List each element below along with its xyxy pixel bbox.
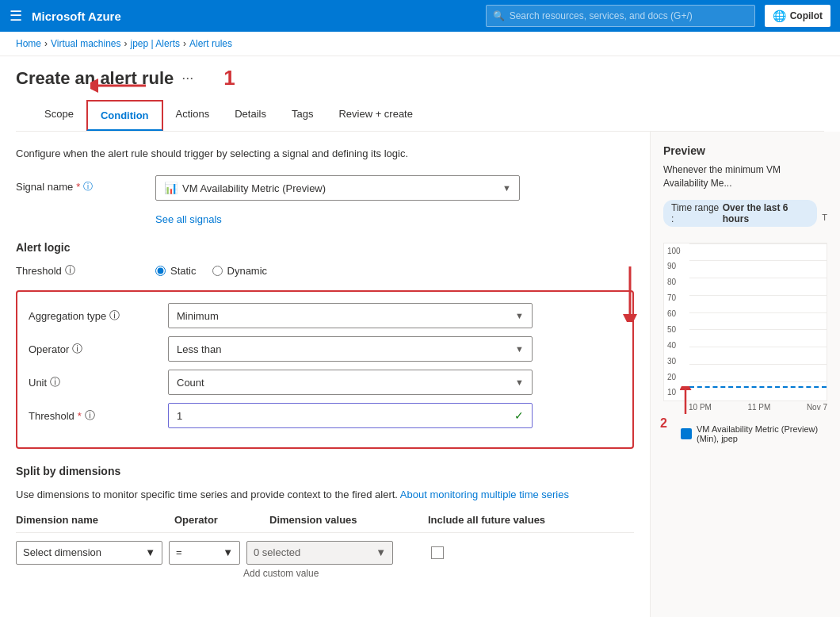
alert-logic-box: Aggregation type ⓘ Minimum ▼ Operator ⓘ [16,290,634,449]
annotation-arrow-1 [90,74,154,98]
breadcrumb-home[interactable]: Home [16,38,41,49]
dim-col-val-header: Dimension values [269,514,428,526]
dimension-operator-select[interactable]: = ▼ [169,541,240,565]
threshold-static-radio[interactable] [155,266,166,276]
operator-info-icon[interactable]: ⓘ [72,342,82,356]
more-options-icon[interactable]: ··· [181,70,193,86]
chart-area: 100 90 80 70 60 50 40 30 20 10 [663,243,827,401]
threshold-static-option[interactable]: Static [155,265,197,277]
tab-review-create[interactable]: Review + create [326,100,426,131]
alert-logic-title: Alert logic [16,241,634,254]
search-placeholder: Search resources, services, and docs (G+… [510,10,693,21]
aggregation-type-label: Aggregation type ⓘ [29,308,155,323]
see-all-signals-link[interactable]: See all signals [155,213,634,225]
aggregation-type-row: Aggregation type ⓘ Minimum ▼ [29,303,621,328]
main-layout: Configure when the alert rule should tri… [0,132,840,617]
annotation-arrow-2 [598,259,646,322]
gridline-70 [689,295,827,296]
dim-val-chevron: ▼ [376,546,386,558]
signal-info-icon[interactable]: ⓘ [83,180,93,194]
page-header: Create an alert rule ··· 1 Scope Conditi… [0,56,840,132]
legend-color-dot [681,428,692,439]
dropdown-chevron: ▼ [502,183,511,193]
page-title-row: Create an alert rule ··· 1 [16,66,824,90]
threshold-value-row: Threshold * ⓘ 1 ✓ [29,403,621,428]
preview-panel: Preview Whenever the minimum VM Availabi… [650,132,840,617]
required-marker: * [76,181,80,193]
tab-actions[interactable]: Actions [163,100,223,131]
operator-chevron: ▼ [515,344,524,354]
copilot-icon: 🌐 [773,10,786,22]
page-wrapper: ☰ Microsoft Azure 🔍 Search resources, se… [0,0,840,617]
annotation-number-2: 2 [660,416,667,431]
signal-name-row: Signal name * ⓘ 📊 VM Availability Metric… [16,175,634,201]
unit-dropdown[interactable]: Count ▼ [168,370,533,395]
split-title: Split by dimensions [16,465,634,477]
signal-name-label: Signal name * ⓘ [16,175,143,194]
chart-body [689,243,827,400]
dimension-name-select[interactable]: Select dimension ▼ [16,541,162,565]
gridline-80 [689,278,827,278]
threshold-dynamic-option[interactable]: Dynamic [212,265,268,277]
gridline-20 [689,381,827,382]
preview-description: Whenever the minimum VM Availability Me.… [663,163,827,190]
threshold-line [689,386,827,388]
threshold-row: Threshold ⓘ Static Dynamic [16,263,634,278]
aggregation-info-icon[interactable]: ⓘ [109,308,120,323]
threshold-required-marker: * [78,410,82,422]
unit-row: Unit ⓘ Count ▼ [29,370,621,395]
breadcrumb-alerts[interactable]: jpep | Alerts [131,38,180,49]
breadcrumb: Home › Virtual machines › jpep | Alerts … [0,32,840,56]
include-future-checkbox[interactable] [431,546,444,559]
threshold-val-info-icon[interactable]: ⓘ [85,408,95,423]
add-custom-value-link[interactable]: Add custom value [243,568,634,579]
operator-label: Operator ⓘ [29,342,155,356]
aggregation-chevron: ▼ [515,311,524,320]
tabs: Scope Condition Actions Details Tags Rev… [16,100,824,132]
chart-container: 100 90 80 70 60 50 40 30 20 10 [663,243,827,443]
monitoring-link[interactable]: About monitoring multiple time series [400,489,569,500]
section-description: Configure when the alert rule should tri… [16,148,634,159]
signal-metric-icon: 📊 [164,182,178,194]
tab-tags[interactable]: Tags [279,100,326,131]
time-range-badge[interactable]: Time range : Over the last 6 hours [663,200,817,227]
threshold-label: Threshold ⓘ [16,263,143,278]
gridline-30 [689,364,827,365]
threshold-info-icon[interactable]: ⓘ [65,263,75,278]
time-range-row: Time range : Over the last 6 hours T [663,200,827,235]
threshold-dynamic-radio[interactable] [212,266,223,276]
split-by-dimensions-section: Split by dimensions Use dimensions to mo… [16,465,634,579]
dim-col-op-header: Operator [174,514,269,526]
dimension-values-select[interactable]: 0 selected ▼ [246,541,393,565]
annotation-arrow-2-preview [670,386,701,418]
dim-col-name-header: Dimension name [16,514,174,526]
time-range-more-icon: T [822,213,827,222]
dimensions-header: Dimension name Operator Dimension values… [16,514,634,533]
unit-info-icon[interactable]: ⓘ [50,375,60,389]
search-box[interactable]: 🔍 Search resources, services, and docs (… [486,5,755,27]
split-description: Use dimensions to monitor specific time … [16,487,634,503]
threshold-value-input[interactable]: 1 ✓ [168,403,533,428]
operator-dropdown[interactable]: Less than ▼ [168,336,533,362]
chart-y-axis: 100 90 80 70 60 50 40 30 20 10 [664,243,689,400]
tab-condition[interactable]: Condition [86,100,163,131]
breadcrumb-alert-rules[interactable]: Alert rules [189,38,232,49]
app-title: Microsoft Azure [32,10,476,23]
dim-op-chevron: ▼ [223,546,233,558]
breadcrumb-vms[interactable]: Virtual machines [51,38,121,49]
gridline-100 [689,243,827,244]
threshold-value-label: Threshold * ⓘ [29,408,155,423]
copilot-button[interactable]: 🌐 Copilot [765,5,830,27]
unit-chevron: ▼ [515,377,524,387]
signal-name-dropdown[interactable]: 📊 VM Availability Metric (Preview) ▼ [155,175,520,201]
aggregation-type-dropdown[interactable]: Minimum ▼ [168,303,533,328]
threshold-valid-icon: ✓ [514,409,524,422]
tab-details[interactable]: Details [222,100,279,131]
hamburger-icon[interactable]: ☰ [10,7,22,25]
annotation-number-1: 1 [223,66,235,90]
legend-row: 2 VM Availability Metric (Preview) (Min)… [663,418,827,443]
tab-scope[interactable]: Scope [32,100,86,131]
threshold-radio-group: Static Dynamic [155,265,267,277]
legend-label: VM Availability Metric (Preview) (Min), … [697,424,827,443]
chart-legend: VM Availability Metric (Preview) (Min), … [681,424,827,443]
